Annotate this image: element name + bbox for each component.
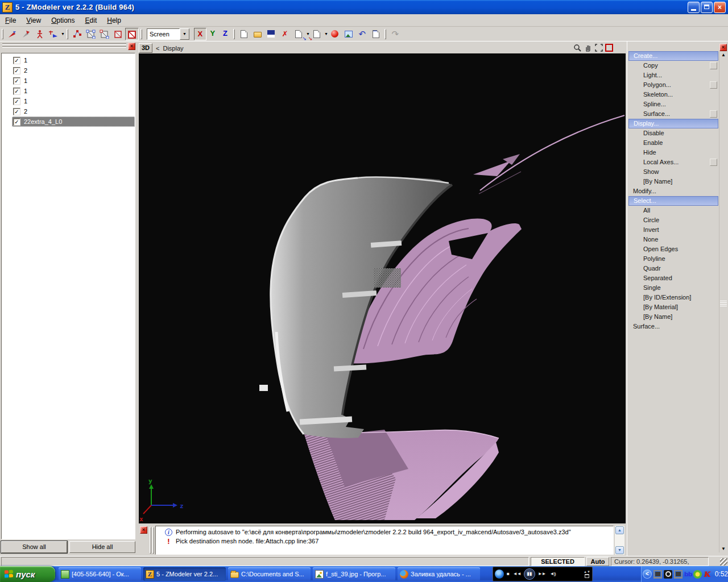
scene-node-row[interactable]: ✓ 1 bbox=[12, 86, 135, 96]
vertices-mode-icon[interactable] bbox=[71, 28, 84, 40]
toolbar-grip[interactable] bbox=[384, 29, 386, 39]
taskbar-task-zmodeler[interactable]: Z 5 - ZModeler ver 2.2... bbox=[143, 567, 226, 581]
cmd-select-invert[interactable]: Invert bbox=[628, 225, 718, 235]
panel-close-icon[interactable]: × bbox=[128, 43, 135, 50]
option-box[interactable] bbox=[710, 62, 717, 69]
cmd-local-axes[interactable]: Local Axes... bbox=[628, 157, 718, 167]
delete-icon[interactable]: ✗ bbox=[278, 28, 292, 40]
edges-mode-icon[interactable] bbox=[84, 28, 98, 40]
network-icon[interactable] bbox=[674, 570, 682, 579]
scene-node-list[interactable]: ✓ 1 ✓ 2 ✓ 1 ✓ 1 ✓ 1 ✓ 2 ✓ 22extra_4_L0 bbox=[1, 53, 135, 539]
scene-node-row[interactable]: ✓ 1 bbox=[12, 76, 135, 86]
view-back-arrow[interactable]: < bbox=[156, 45, 159, 52]
faces-mode-icon[interactable] bbox=[98, 28, 111, 40]
toolbar-grip[interactable] bbox=[2, 29, 3, 39]
cmd-spline[interactable]: Spline... bbox=[628, 99, 718, 109]
cmd-skeleton[interactable]: Skeleton... bbox=[628, 90, 718, 99]
cmd-polygon[interactable]: Polygon... bbox=[628, 80, 718, 90]
polygons-mode-icon[interactable] bbox=[111, 28, 125, 40]
open-file-icon[interactable] bbox=[251, 28, 264, 40]
band-expand-icon[interactable]: ▲▼ bbox=[584, 571, 590, 573]
cmd-surface[interactable]: Surface... bbox=[628, 322, 718, 331]
checkbox-checked-icon[interactable]: ✓ bbox=[13, 67, 20, 74]
material-editor-icon[interactable] bbox=[328, 28, 342, 40]
pan-hand-icon[interactable] bbox=[584, 43, 593, 52]
log-scrollbar[interactable]: ▲ ▼ bbox=[615, 526, 624, 555]
media-prev-button[interactable]: ◄◄ bbox=[512, 568, 522, 580]
zoom-icon[interactable] bbox=[573, 43, 582, 52]
log-messages[interactable]: i Performing autosave to "e:\всё для кон… bbox=[155, 526, 614, 555]
commands-scrollbar[interactable]: ▲ ▼ bbox=[719, 52, 727, 552]
texture-browser-icon[interactable] bbox=[342, 28, 355, 40]
save-file-icon[interactable] bbox=[264, 28, 278, 40]
cmd-create[interactable]: Create... bbox=[628, 51, 718, 61]
cmd-select-single[interactable]: Single bbox=[628, 283, 718, 293]
start-button[interactable]: пуск bbox=[0, 566, 55, 582]
scroll-thumb[interactable] bbox=[720, 297, 727, 310]
option-box[interactable] bbox=[710, 81, 717, 89]
scene-node-row-selected[interactable]: ✓ 22extra_4_L0 bbox=[12, 117, 135, 127]
menu-edit[interactable]: Edit bbox=[80, 15, 102, 26]
log-drag-grip[interactable] bbox=[150, 527, 151, 554]
viewport-3d-canvas[interactable]: y z x bbox=[139, 53, 626, 523]
commands-close-icon[interactable]: × bbox=[719, 44, 727, 51]
taskbar-task-icq[interactable]: [405-556-640] - Ок... bbox=[59, 567, 141, 581]
kaspersky-icon[interactable]: K bbox=[703, 570, 712, 579]
scroll-down-icon[interactable]: ▼ bbox=[615, 546, 624, 554]
import-icon[interactable]: ➘ bbox=[292, 28, 305, 40]
cmd-select-none[interactable]: None bbox=[628, 235, 718, 244]
checkbox-checked-icon[interactable]: ✓ bbox=[13, 98, 20, 105]
menu-options[interactable]: Options bbox=[46, 15, 80, 26]
title-bar[interactable]: Z 5 - ZModeler ver 2.2.2 (Build 964) × bbox=[0, 0, 728, 14]
tool-dropdown-icon[interactable]: ▼ bbox=[61, 32, 65, 36]
cmd-modify[interactable]: Modify... bbox=[628, 186, 718, 196]
move-tool-icon[interactable] bbox=[19, 28, 33, 40]
axis-y-button[interactable]: Y bbox=[206, 28, 219, 40]
media-stop-button[interactable]: ■ bbox=[506, 568, 510, 580]
scene-node-row[interactable]: ✓ 2 bbox=[12, 106, 135, 117]
export-icon[interactable]: ➘ bbox=[310, 28, 324, 40]
cmd-display-by-name[interactable]: [By Name] bbox=[628, 177, 718, 186]
hide-all-button[interactable]: Hide all bbox=[69, 541, 135, 553]
log-drag-grip[interactable] bbox=[152, 527, 154, 554]
icq-flower-icon[interactable] bbox=[693, 570, 702, 579]
cmd-select-polyline[interactable]: Polyline bbox=[628, 254, 718, 264]
cmd-select[interactable]: Select... bbox=[628, 196, 718, 206]
redo-icon[interactable]: ↷ bbox=[388, 28, 402, 40]
axis-z-button[interactable]: Z bbox=[219, 28, 231, 40]
cmd-select-all[interactable]: All bbox=[628, 206, 718, 215]
export-dropdown-icon[interactable]: ▼ bbox=[324, 32, 328, 36]
cmd-enable[interactable]: Enable bbox=[628, 138, 718, 148]
select-tool-icon[interactable] bbox=[6, 28, 19, 40]
option-box[interactable] bbox=[710, 110, 717, 118]
toolbar-grip[interactable] bbox=[67, 29, 68, 39]
combo-arrow-icon[interactable]: ▼ bbox=[180, 28, 189, 40]
menu-view[interactable]: View bbox=[21, 15, 46, 26]
restore-button[interactable] bbox=[701, 2, 713, 13]
checkbox-checked-icon[interactable]: ✓ bbox=[13, 77, 20, 85]
toolbar-grip[interactable] bbox=[233, 29, 235, 39]
maximize-view-icon[interactable] bbox=[605, 44, 613, 52]
checkbox-checked-icon[interactable]: ✓ bbox=[13, 108, 20, 115]
scene-node-row[interactable]: ✓ 1 bbox=[12, 55, 135, 65]
cmd-select-open-edges[interactable]: Open Edges bbox=[628, 244, 718, 254]
log-close-icon[interactable]: × bbox=[140, 526, 147, 534]
taskbar-task-explorer[interactable]: C:\Documents and S... bbox=[228, 567, 311, 581]
steam-icon[interactable] bbox=[664, 570, 672, 579]
cmd-surface-create[interactable]: Surface... bbox=[628, 109, 718, 119]
cmd-display[interactable]: Display... bbox=[628, 119, 718, 128]
cmd-select-quadr[interactable]: Quadr bbox=[628, 264, 718, 273]
taskbar-task-image-viewer[interactable]: f_sti_39.jpg - Прогр... bbox=[313, 567, 395, 581]
undo-icon[interactable]: ↶ bbox=[355, 28, 369, 40]
log-window-icon[interactable] bbox=[369, 28, 383, 40]
scroll-up-icon[interactable]: ▲ bbox=[719, 52, 727, 59]
tray-chevron-icon[interactable]: < bbox=[643, 569, 652, 579]
view-name-label[interactable]: Display bbox=[163, 45, 183, 52]
panel-drag-grip[interactable] bbox=[2, 43, 126, 49]
band-restore-icon[interactable] bbox=[585, 574, 589, 578]
fit-view-icon[interactable] bbox=[594, 43, 603, 52]
close-button[interactable]: × bbox=[714, 2, 726, 13]
bb-tray-icon[interactable]: bb bbox=[684, 570, 692, 579]
status-auto-button[interactable]: Auto bbox=[586, 557, 609, 566]
resize-grip[interactable] bbox=[720, 558, 727, 566]
